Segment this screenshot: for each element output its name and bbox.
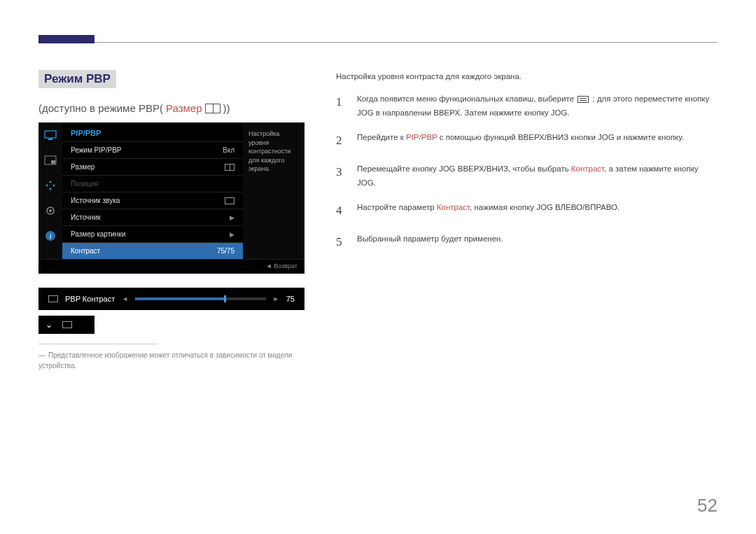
step-text: Выбранный параметр будет применен. [357, 232, 503, 253]
page-number: 52 [697, 495, 718, 517]
slider-panel: PBP Контраст ◄ ► 75 [38, 288, 304, 310]
osd-panel: i PIP/PBP Режим PIP/PBP Вкл Размер Позиц… [38, 122, 304, 274]
subtitle-prefix: (доступно в режиме PBP( [38, 102, 163, 114]
step-number: 4 [336, 201, 347, 221]
move-icon[interactable] [43, 178, 57, 192]
osd-label: Источник звука [71, 197, 225, 204]
step-number: 2 [336, 131, 347, 151]
osd-sidebar: i [38, 122, 62, 259]
svg-rect-0 [45, 131, 56, 138]
header-block [38, 35, 94, 43]
box-icon [225, 197, 234, 204]
osd-row-position: Позиция [62, 175, 243, 192]
subtitle-suffix: )) [223, 102, 230, 114]
step-number: 3 [336, 162, 347, 190]
osd-label: Позиция [71, 180, 234, 188]
chevron-right-icon: ▶ [230, 214, 234, 221]
svg-rect-3 [51, 160, 55, 164]
chevron-right-icon[interactable]: ► [273, 295, 279, 302]
nav-panel: ⌄ [38, 316, 94, 334]
chevron-right-icon: ▶ [230, 231, 234, 238]
gear-icon[interactable] [43, 204, 57, 218]
pbp-split-icon [205, 104, 220, 113]
subtitle-red: Размер [166, 102, 202, 114]
step-5: 5 Выбранный параметр будет применен. [336, 232, 718, 253]
osd-value: 75/75 [217, 247, 234, 255]
footnote-text: Представленное изображение может отличат… [38, 351, 292, 370]
footnote-separator [38, 344, 158, 344]
box-icon [48, 295, 58, 302]
chevron-left-icon[interactable]: ◄ [122, 295, 128, 302]
osd-list: PIP/PBP Режим PIP/PBP Вкл Размер Позиция… [62, 122, 243, 259]
osd-label: Режим PIP/PBP [71, 146, 223, 154]
svg-rect-1 [48, 139, 52, 140]
info-icon[interactable]: i [43, 229, 57, 243]
osd-row-contrast[interactable]: Контраст 75/75 [62, 242, 243, 259]
box-icon[interactable] [62, 321, 72, 328]
osd-label: Размер картинки [71, 230, 224, 238]
pip-icon[interactable] [43, 153, 57, 167]
step-text: Перемещайте кнопку JOG ВВЕРХ/ВНИЗ, чтобы… [357, 162, 718, 190]
svg-text:i: i [49, 232, 51, 240]
header-rule [38, 42, 718, 43]
osd-title: PIP/PBP [62, 122, 243, 141]
step-number: 1 [336, 92, 347, 120]
contrast-slider[interactable] [135, 297, 266, 300]
osd-row-mode[interactable]: Режим PIP/PBP Вкл [62, 141, 243, 158]
osd-label: Размер [71, 163, 225, 171]
monitor-icon[interactable] [43, 128, 57, 142]
osd-row-source[interactable]: Источник ▶ [62, 209, 243, 225]
footnote: ―Представленное изображение может отлича… [38, 350, 304, 371]
osd-row-picture-size[interactable]: Размер картинки ▶ [62, 225, 243, 242]
step-4: 4 Настройте параметр Контраст, нажимая к… [336, 201, 718, 221]
osd-footer[interactable]: ◄ Возврат [38, 259, 304, 274]
osd-label: Контраст [71, 247, 217, 255]
slider-label: PBP Контраст [65, 295, 115, 303]
slider-value: 75 [286, 295, 295, 303]
osd-label: Источник [71, 213, 224, 221]
osd-row-size[interactable]: Размер [62, 158, 243, 175]
section-title: Режим PBP [38, 70, 116, 88]
step-text: Когда появится меню функциональных клави… [357, 92, 718, 120]
chevron-down-icon[interactable]: ⌄ [46, 320, 52, 330]
osd-value: Вкл [223, 146, 234, 154]
step-number: 5 [336, 232, 347, 253]
intro-text: Настройка уровня контраста для каждого э… [336, 70, 718, 83]
subtitle: (доступно в режиме PBP( Размер )) [38, 102, 304, 114]
osd-row-sound-source[interactable]: Источник звука [62, 192, 243, 209]
split-box-icon [225, 164, 234, 171]
step-1: 1 Когда появится меню функциональных кла… [336, 92, 718, 120]
step-2: 2 Перейдите к PIP/PBP с помощью функций … [336, 131, 718, 151]
step-text: Перейдите к PIP/PBP с помощью функций ВВ… [357, 131, 684, 151]
osd-description: Настройка уровня контрастности для каждо… [243, 122, 304, 259]
svg-point-5 [49, 209, 52, 212]
step-3: 3 Перемещайте кнопку JOG ВВЕРХ/ВНИЗ, что… [336, 162, 718, 190]
step-text: Настройте параметр Контраст, нажимая кно… [357, 201, 620, 221]
menu-icon [578, 96, 589, 103]
